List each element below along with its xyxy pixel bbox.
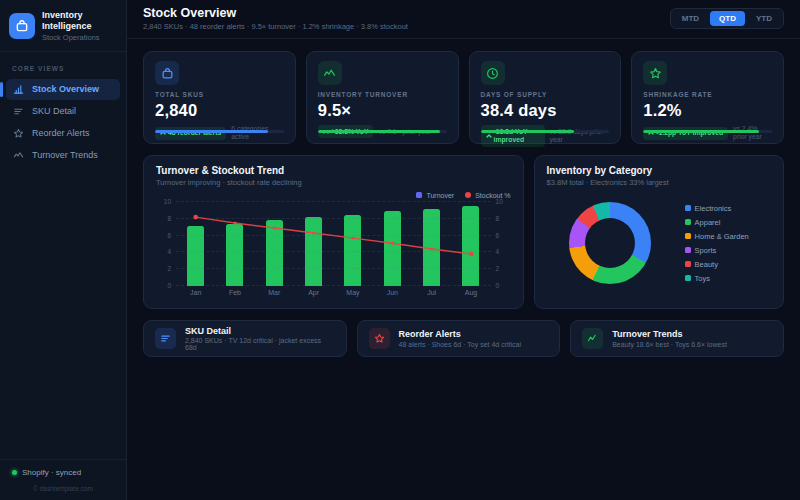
star-icon: [643, 61, 667, 85]
bar-column: [215, 202, 254, 286]
donut-legend-item-sports[interactable]: Sports: [685, 246, 749, 255]
legend-label: Stockout %: [475, 192, 510, 199]
bar-column: [294, 202, 333, 286]
kpi-note: 6 categories active: [231, 125, 283, 142]
kpi-progress-fill: [643, 130, 759, 133]
legend-item-stockout-[interactable]: Stockout %: [465, 190, 510, 200]
chart-subtitle: $3.8M total · Electronics 33% largest: [547, 178, 771, 187]
donut-legend-item-toys[interactable]: Toys: [685, 274, 749, 283]
sidebar-item-label: Turnover Trends: [32, 150, 98, 160]
donut-chart: [569, 202, 651, 284]
y-tick-label: 2: [496, 265, 500, 273]
sidebar-nav: Stock Overview SKU Detail Reorder Alerts…: [0, 78, 126, 167]
trend-up-icon: [486, 133, 492, 139]
y-tick-label: 4: [167, 248, 171, 256]
brand-title: Inventory Intelligence: [42, 10, 117, 32]
shortcut-turnover-trends[interactable]: Turnover Trends Beauty 18.6× best · Toys…: [570, 320, 784, 357]
y-tick-label: 0: [167, 282, 171, 290]
kpi-label: DAYS OF SUPPLY: [481, 91, 610, 98]
kpi-label: TOTAL SKUS: [155, 91, 284, 98]
sidebar-item-reorder-alerts[interactable]: Reorder Alerts: [6, 123, 120, 144]
turnover-bar: [266, 220, 283, 286]
kpi-progress-fill: [318, 130, 440, 133]
kpi-card-shrinkage-rate: SHRINKAGE RATE 1.2% -1.2pp YoY improved …: [631, 51, 784, 144]
bar-column: [451, 202, 490, 286]
sidebar-item-stock-overview[interactable]: Stock Overview: [6, 79, 120, 100]
legend-marker: [685, 233, 691, 239]
legend-marker: [685, 219, 691, 225]
x-tick-label: Feb: [215, 289, 254, 299]
range-button-mtd[interactable]: MTD: [673, 11, 708, 26]
y-tick-label: 6: [496, 232, 500, 240]
shortcut-title: Reorder Alerts: [399, 329, 521, 339]
bar-column: [373, 202, 412, 286]
star-icon: [13, 128, 24, 139]
y-tick-label: 10: [496, 198, 503, 206]
trend-icon: [13, 150, 24, 161]
y-tick-label: 2: [167, 265, 171, 273]
kpi-progress-track: [155, 130, 284, 133]
kpi-badge: 48 reorder alerts: [155, 127, 226, 140]
donut-legend-item-beauty[interactable]: Beauty: [685, 260, 749, 269]
legend-label: Turnover: [426, 192, 454, 199]
gridline: [176, 268, 491, 269]
donut-legend-item-apparel[interactable]: Apparel: [685, 218, 749, 227]
legend-item-turnover[interactable]: Turnover: [416, 190, 454, 200]
kpi-value: 1.2%: [643, 101, 772, 120]
range-button-ytd[interactable]: YTD: [747, 11, 781, 26]
sidebar-section-label: CORE VIEWS: [0, 52, 126, 78]
bar-column: [412, 202, 451, 286]
legend-label: Electronics: [695, 204, 732, 213]
donut-legend-item-electronics[interactable]: Electronics: [685, 204, 749, 213]
kpi-badge: -1.2pp YoY improved: [643, 127, 728, 140]
kpi-row: TOTAL SKUS 2,840 48 reorder alerts 6 cat…: [143, 51, 784, 144]
donut-legend: ElectronicsApparelHome & GardenSportsBea…: [685, 204, 749, 283]
y-tick-label: 4: [496, 248, 500, 256]
sidebar-item-label: Reorder Alerts: [32, 128, 90, 138]
star-icon: [369, 328, 390, 349]
gridline: [176, 235, 491, 236]
gridline: [176, 218, 491, 219]
legend-marker: [416, 192, 422, 198]
kpi-card-inventory-turnover: INVENTORY TURNOVER 9.5× +33.8% YoY vs 7.…: [306, 51, 459, 144]
legend-marker: [685, 275, 691, 281]
shortcut-reorder-alerts[interactable]: Reorder Alerts 48 alerts · Shoes 6d · To…: [357, 320, 561, 357]
sidebar-item-turnover-trends[interactable]: Turnover Trends: [6, 145, 120, 166]
sidebar: Inventory Intelligence Stock Operations …: [0, 0, 127, 500]
shortcut-title: Turnover Trends: [612, 329, 727, 339]
y-tick-label: 0: [496, 282, 500, 290]
chart-legend: TurnoverStockout %: [156, 190, 511, 200]
charts-row: Turnover & Stockout Trend Turnover impro…: [143, 155, 784, 309]
chart-title: Turnover & Stockout Trend: [156, 165, 511, 176]
bar-series: [176, 202, 491, 286]
copyright-text: © dashtemplate.com: [12, 477, 114, 494]
x-tick-label: Apr: [294, 289, 333, 299]
legend-label: Sports: [695, 246, 717, 255]
y-tick-label: 8: [496, 215, 500, 223]
bar-column: [333, 202, 372, 286]
kpi-progress-fill: [481, 130, 575, 133]
sidebar-item-sku-detail[interactable]: SKU Detail: [6, 101, 120, 122]
kpi-progress-track: [318, 130, 447, 133]
gridline: [176, 201, 491, 202]
donut-legend-item-home-garden[interactable]: Home & Garden: [685, 232, 749, 241]
sync-status-dot: [12, 470, 17, 475]
trend-icon: [318, 61, 342, 85]
shortcut-subtitle: Beauty 18.6× best · Toys 6.6× lowest: [612, 341, 727, 348]
kpi-progress-track: [643, 130, 772, 133]
shortcut-sku-detail[interactable]: SKU Detail 2,840 SKUs · TV 12d critical …: [143, 320, 347, 357]
inventory-by-category-panel: Inventory by Category $3.8M total · Elec…: [534, 155, 784, 309]
bar-column: [176, 202, 215, 286]
y-tick-label: 6: [167, 232, 171, 240]
page-title: Stock Overview: [143, 6, 408, 20]
range-button-qtd[interactable]: QTD: [710, 11, 745, 26]
chart-title: Inventory by Category: [547, 165, 771, 176]
shortcut-subtitle: 2,840 SKUs · TV 12d critical · jacket ex…: [185, 337, 335, 351]
brand: Inventory Intelligence Stock Operations: [0, 0, 126, 52]
turnover-bar: [384, 211, 401, 286]
page-subtitle: 2,840 SKUs · 48 reorder alerts · 9.5× tu…: [143, 22, 408, 31]
kpi-badge: -13.8d YoY improved: [481, 125, 545, 147]
kpi-card-days-of-supply: DAYS OF SUPPLY 38.4 days -13.8d YoY impr…: [469, 51, 622, 144]
brand-subtitle: Stock Operations: [42, 33, 117, 42]
kpi-value: 38.4 days: [481, 101, 610, 120]
